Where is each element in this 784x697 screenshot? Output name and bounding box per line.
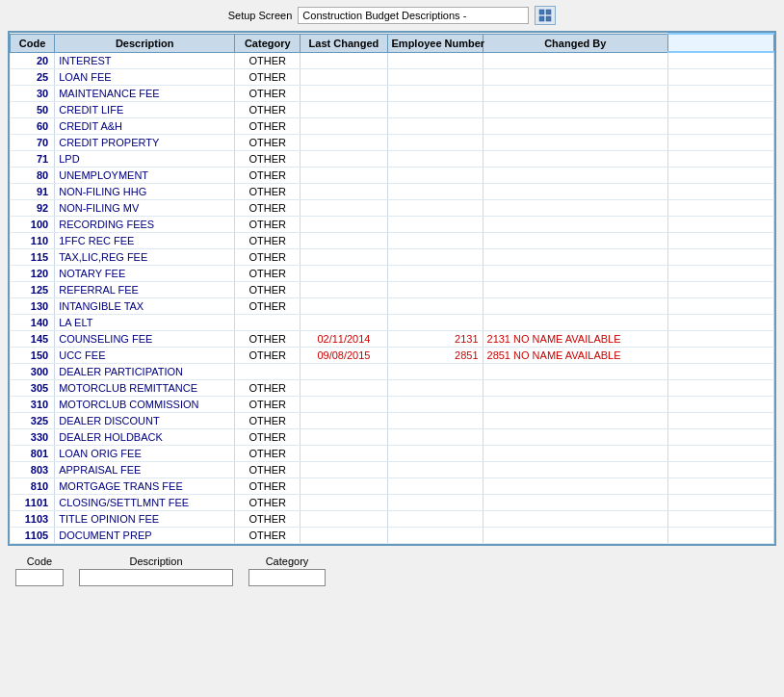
cell-by <box>483 428 667 445</box>
cell-cat: OTHER <box>235 330 301 347</box>
cell-extra <box>667 527 773 543</box>
table-row[interactable]: 70CREDIT PROPERTYOTHER <box>11 134 774 150</box>
cell-last <box>301 314 387 330</box>
table-row[interactable]: 150UCC FEEOTHER09/08/201528512851 NO NAM… <box>11 347 774 363</box>
cell-code: 71 <box>11 150 55 167</box>
table-row[interactable]: 810MORTGAGE TRANS FEEOTHER <box>11 478 774 494</box>
cell-extra <box>667 412 773 428</box>
table-row[interactable]: 1101CLOSING/SETTLMNT FEEOTHER <box>11 494 774 510</box>
cell-code: 115 <box>11 248 55 265</box>
cell-extra <box>667 510 773 527</box>
table-row[interactable]: 325DEALER DISCOUNTOTHER <box>11 412 774 428</box>
cat-field-label: Category <box>248 555 326 567</box>
table-row[interactable]: 1101FFC REC FEEOTHER <box>11 232 774 248</box>
desc-field-group: Description <box>79 555 233 586</box>
table-row[interactable]: 20INTERESTOTHER <box>11 52 774 68</box>
table-row[interactable]: 25LOAN FEEOTHER <box>11 68 774 85</box>
code-field-input[interactable] <box>15 569 64 586</box>
cell-by <box>483 314 667 330</box>
cell-last <box>301 248 387 265</box>
table-row[interactable]: 1105DOCUMENT PREPOTHER <box>11 527 774 543</box>
cell-by <box>483 167 667 183</box>
table-row[interactable]: 305MOTORCLUB REMITTANCEOTHER <box>11 379 774 396</box>
cell-emp <box>387 265 483 281</box>
cell-extra <box>667 117 773 134</box>
col-header-code: Code <box>11 34 55 52</box>
cell-emp <box>387 527 483 543</box>
cell-cat: OTHER <box>235 232 301 248</box>
cell-emp <box>387 248 483 265</box>
setup-input[interactable] <box>298 7 529 24</box>
cell-last: 02/11/2014 <box>301 330 387 347</box>
cell-cat: OTHER <box>235 445 301 461</box>
cell-extra <box>667 52 773 68</box>
table-body: 20INTERESTOTHER25LOAN FEEOTHER30MAINTENA… <box>11 52 774 543</box>
cell-desc: CREDIT PROPERTY <box>55 134 235 150</box>
table-row[interactable]: 140LA ELT <box>11 314 774 330</box>
table-row[interactable]: 803APPRAISAL FEEOTHER <box>11 461 774 478</box>
table-row[interactable]: 71LPDOTHER <box>11 150 774 167</box>
cell-cat: OTHER <box>235 297 301 314</box>
cell-by <box>483 68 667 85</box>
cell-desc: MOTORCLUB REMITTANCE <box>55 379 235 396</box>
table-row[interactable]: 120NOTARY FEEOTHER <box>11 265 774 281</box>
table-row[interactable]: 30MAINTENANCE FEEOTHER <box>11 85 774 101</box>
cell-last <box>301 445 387 461</box>
cell-by <box>483 199 667 216</box>
cell-emp <box>387 281 483 297</box>
setup-label: Setup Screen <box>228 10 293 21</box>
table-scroll[interactable]: Code Description Category Last Changed E… <box>10 33 774 544</box>
cell-desc: MAINTENANCE FEE <box>55 85 235 101</box>
cell-emp <box>387 52 483 68</box>
cell-cat: OTHER <box>235 265 301 281</box>
col-header-extra <box>667 34 773 52</box>
table-row[interactable]: 300DEALER PARTICIPATION <box>11 363 774 379</box>
cell-emp <box>387 396 483 412</box>
table-row[interactable]: 50CREDIT LIFEOTHER <box>11 101 774 117</box>
cell-last <box>301 363 387 379</box>
cell-last <box>301 461 387 478</box>
cell-last <box>301 478 387 494</box>
cell-extra <box>667 167 773 183</box>
cell-last <box>301 232 387 248</box>
cell-by <box>483 297 667 314</box>
cell-desc: DEALER HOLDBACK <box>55 428 235 445</box>
cell-emp <box>387 510 483 527</box>
cell-by: 2851 NO NAME AVAILABLE <box>483 347 667 363</box>
table-row[interactable]: 801LOAN ORIG FEEOTHER <box>11 445 774 461</box>
table-row[interactable]: 310MOTORCLUB COMMISSIONOTHER <box>11 396 774 412</box>
cell-desc: INTEREST <box>55 52 235 68</box>
table-row[interactable]: 330DEALER HOLDBACKOTHER <box>11 428 774 445</box>
table-row[interactable]: 125REFERRAL FEEOTHER <box>11 281 774 297</box>
cell-code: 110 <box>11 232 55 248</box>
table-row[interactable]: 60CREDIT A&HOTHER <box>11 117 774 134</box>
cell-cat: OTHER <box>235 101 301 117</box>
table-row[interactable]: 92NON-FILING MVOTHER <box>11 199 774 216</box>
cell-by <box>483 183 667 199</box>
grid-icon[interactable] <box>535 6 556 25</box>
cell-last <box>301 297 387 314</box>
table-row[interactable]: 145COUNSELING FEEOTHER02/11/201421312131… <box>11 330 774 347</box>
col-header-emp: Employee Number <box>387 34 483 52</box>
cell-cat: OTHER <box>235 199 301 216</box>
top-bar: Setup Screen <box>0 0 784 31</box>
cell-by <box>483 216 667 232</box>
table-row[interactable]: 80UNEMPLOYMENTOTHER <box>11 167 774 183</box>
cell-last <box>301 68 387 85</box>
cell-last <box>301 396 387 412</box>
cell-last: 09/08/2015 <box>301 347 387 363</box>
svg-rect-2 <box>539 16 544 21</box>
cell-emp <box>387 199 483 216</box>
cat-field-input[interactable] <box>248 569 326 586</box>
cell-cat: OTHER <box>235 494 301 510</box>
table-row[interactable]: 1103TITLE OPINION FEEOTHER <box>11 510 774 527</box>
cell-emp <box>387 379 483 396</box>
table-row[interactable]: 91NON-FILING HHGOTHER <box>11 183 774 199</box>
table-row[interactable]: 115TAX,LIC,REG FEEOTHER <box>11 248 774 265</box>
table-row[interactable]: 130INTANGIBLE TAXOTHER <box>11 297 774 314</box>
table-row[interactable]: 100RECORDING FEESOTHER <box>11 216 774 232</box>
desc-field-input[interactable] <box>79 569 233 586</box>
cell-by <box>483 527 667 543</box>
cell-extra <box>667 494 773 510</box>
cell-cat: OTHER <box>235 85 301 101</box>
